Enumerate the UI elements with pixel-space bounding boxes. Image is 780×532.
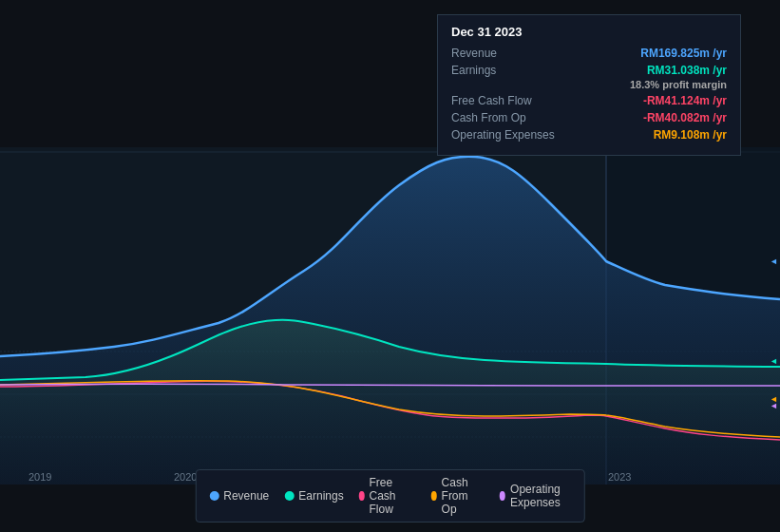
legend-earnings-label: Earnings xyxy=(298,489,343,503)
tooltip-fcf-label: Free Cash Flow xyxy=(451,94,565,107)
tooltip-revenue-value: RM169.825m /yr xyxy=(640,47,727,60)
tooltip-revenue-row: Revenue RM169.825m /yr xyxy=(451,47,727,60)
tooltip-earnings-value: RM31.038m /yr xyxy=(647,64,727,77)
tooltip-margin-row: 18.3% profit margin xyxy=(451,79,727,90)
opex-right-indicator: ◄ xyxy=(770,401,778,410)
legend-opex-label: Operating Expenses xyxy=(510,483,571,509)
chart-svg xyxy=(0,147,780,484)
x-label-2023: 2023 xyxy=(608,471,631,483)
legend-revenue-dot xyxy=(209,491,219,501)
tooltip-margin-value: 18.3% profit margin xyxy=(630,79,727,90)
legend-fcf-dot xyxy=(359,491,365,501)
legend-cashfromop[interactable]: Cash From Op xyxy=(431,476,485,516)
tooltip-earnings-row: Earnings RM31.038m /yr xyxy=(451,64,727,77)
legend-revenue[interactable]: Revenue xyxy=(209,476,269,516)
legend-cashfromop-label: Cash From Op xyxy=(442,476,485,516)
legend-opex[interactable]: Operating Expenses xyxy=(500,476,571,516)
x-label-2020: 2020 xyxy=(174,471,197,483)
tooltip-opex-label: Operating Expenses xyxy=(451,128,565,142)
chart-container: RM300m RM0 -RM50m xyxy=(0,0,780,532)
tooltip-date: Dec 31 2023 xyxy=(451,25,727,39)
tooltip-panel: Dec 31 2023 Revenue RM169.825m /yr Earni… xyxy=(437,14,741,156)
chart-legend: Revenue Earnings Free Cash Flow Cash Fro… xyxy=(195,469,585,522)
tooltip-revenue-label: Revenue xyxy=(451,47,565,60)
legend-earnings-dot xyxy=(284,491,294,501)
tooltip-cashfromop-row: Cash From Op -RM40.082m /yr xyxy=(451,111,727,124)
x-label-2019: 2019 xyxy=(29,471,51,483)
earnings-right-indicator: ◄ xyxy=(770,356,778,366)
tooltip-fcf-value: -RM41.124m /yr xyxy=(643,94,727,107)
tooltip-opex-row: Operating Expenses RM9.108m /yr xyxy=(451,128,727,142)
tooltip-earnings-label: Earnings xyxy=(451,64,565,77)
legend-opex-dot xyxy=(500,491,505,501)
legend-cashfromop-dot xyxy=(431,491,437,501)
chart-area xyxy=(0,147,780,484)
legend-fcf[interactable]: Free Cash Flow xyxy=(359,476,416,516)
tooltip-cashfromop-value: -RM40.082m /yr xyxy=(643,111,727,124)
legend-revenue-label: Revenue xyxy=(223,489,269,503)
revenue-right-indicator: ◄ xyxy=(770,256,778,266)
legend-earnings[interactable]: Earnings xyxy=(284,476,343,516)
tooltip-fcf-row: Free Cash Flow -RM41.124m /yr xyxy=(451,94,727,107)
legend-fcf-label: Free Cash Flow xyxy=(369,476,415,516)
tooltip-cashfromop-label: Cash From Op xyxy=(451,111,565,124)
tooltip-opex-value: RM9.108m /yr xyxy=(654,128,727,142)
